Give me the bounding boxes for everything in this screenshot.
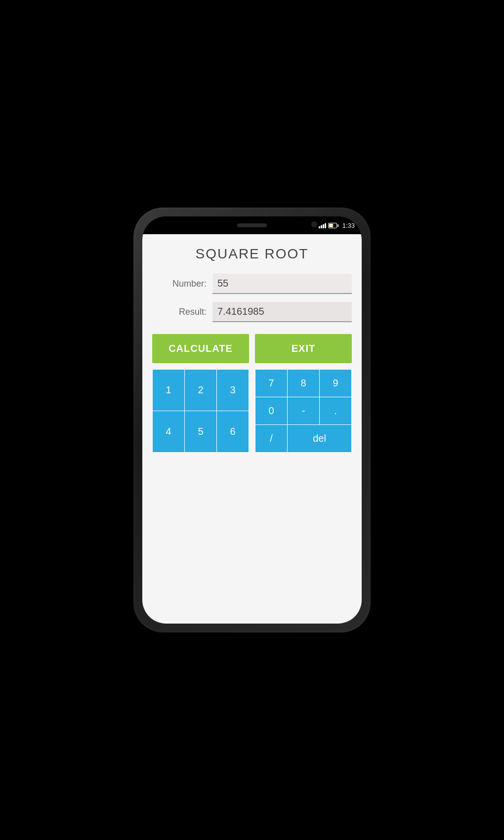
key-5[interactable]: 5: [185, 411, 216, 452]
result-row: Result: 7.4161985: [152, 302, 352, 322]
key-8[interactable]: 8: [288, 370, 319, 397]
number-input[interactable]: [212, 274, 352, 294]
key-3[interactable]: 3: [217, 370, 249, 411]
key-del[interactable]: del: [288, 425, 351, 452]
action-row: CALCULATE EXIT: [152, 334, 352, 363]
key-0[interactable]: 0: [255, 397, 287, 424]
key-6[interactable]: 6: [217, 411, 249, 452]
key-9[interactable]: 9: [320, 370, 351, 397]
number-label: Number:: [152, 279, 207, 289]
calculate-button[interactable]: CALCULATE: [152, 334, 249, 363]
exit-button[interactable]: EXIT: [255, 334, 352, 363]
app-title: SQUARE ROOT: [152, 246, 352, 262]
status-bar: ⚡ 1:33: [142, 216, 362, 234]
key-7[interactable]: 7: [255, 370, 287, 397]
battery-icon: ⚡: [328, 223, 338, 228]
keypad-left: 1 2 3 4 5 6: [152, 369, 249, 453]
key-dot[interactable]: .: [320, 397, 351, 424]
keypad-right: 7 8 9 0 - . / del: [255, 369, 352, 453]
keypad-wrapper: 1 2 3 4 5 6 7 8 9 0 - . / del: [152, 369, 352, 453]
signal-icon: [319, 222, 326, 228]
result-value: 7.4161985: [212, 302, 352, 322]
phone-inner: ⚡ 1:33 SQUARE ROOT Number: Result: 7.416…: [142, 216, 362, 624]
result-label: Result:: [152, 307, 207, 317]
status-time: 1:33: [342, 222, 355, 229]
key-slash[interactable]: /: [255, 425, 287, 452]
number-row: Number:: [152, 274, 352, 294]
key-4[interactable]: 4: [153, 411, 184, 452]
phone-outer: ⚡ 1:33 SQUARE ROOT Number: Result: 7.416…: [133, 208, 371, 632]
key-minus[interactable]: -: [288, 397, 319, 424]
key-2[interactable]: 2: [185, 370, 216, 411]
key-1[interactable]: 1: [153, 370, 184, 411]
screen: SQUARE ROOT Number: Result: 7.4161985 CA…: [142, 234, 362, 624]
